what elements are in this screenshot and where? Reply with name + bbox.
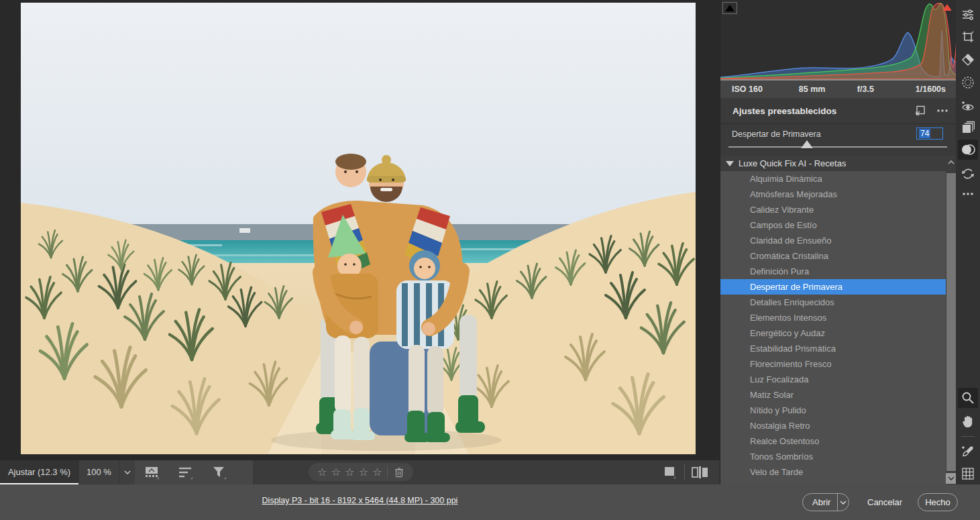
preset-item-label: Elementos Intensos xyxy=(750,313,826,323)
refresh-icon[interactable] xyxy=(958,164,978,184)
healing-icon[interactable] xyxy=(958,50,978,70)
preset-item[interactable]: Energético y Audaz xyxy=(720,325,946,341)
highlight-clipping-indicator[interactable] xyxy=(940,2,954,13)
new-preset-icon[interactable] xyxy=(911,102,928,119)
camera-raw-window: ISO 160 85 mm f/3.5 1/1600s Ajustes pree… xyxy=(0,0,980,520)
preset-item-label: Despertar de Primavera xyxy=(750,282,842,292)
white-balance-eyedropper-icon[interactable] xyxy=(958,441,978,462)
scroll-down-icon[interactable] xyxy=(946,473,957,484)
scroll-up-icon[interactable] xyxy=(946,157,957,168)
preset-item-label: Estabilidad Prismática xyxy=(750,344,836,354)
preset-item-label: Florecimiento Fresco xyxy=(750,359,831,369)
preset-item[interactable]: Matiz Solar xyxy=(720,387,946,403)
preset-item-label: Atmósferas Mejoradas xyxy=(750,189,837,199)
preset-item[interactable]: Despertar de Primavera xyxy=(720,279,946,295)
histogram[interactable] xyxy=(720,0,957,81)
preset-item-label: Tonos Sombríos xyxy=(750,452,813,462)
more-tools-icon[interactable] xyxy=(958,184,978,204)
zoom-level-dropdown-icon[interactable] xyxy=(119,460,135,484)
preset-item[interactable]: Elementos Intensos xyxy=(720,310,946,325)
preset-amount-value[interactable]: 74 xyxy=(919,129,930,138)
panel-menu-icon[interactable] xyxy=(934,102,951,119)
preset-item[interactable]: Cromática Cristalina xyxy=(720,248,946,264)
star-1-icon[interactable]: ☆ xyxy=(315,466,329,478)
open-button[interactable]: Abrir xyxy=(802,493,849,511)
view-toolbar: Ajustar (12.3 %) 100 % ☆ ☆ ☆ ☆ ☆ xyxy=(0,460,720,484)
preset-item[interactable]: Estabilidad Prismática xyxy=(720,341,946,356)
scrollbar-thumb[interactable] xyxy=(946,173,956,471)
photo-preview[interactable] xyxy=(21,3,696,454)
preset-item[interactable]: Alquimia Dinámica xyxy=(720,171,946,187)
open-button-label[interactable]: Abrir xyxy=(803,497,837,507)
preset-item[interactable]: Nostalgia Retro xyxy=(720,418,946,433)
star-4-icon[interactable]: ☆ xyxy=(357,466,371,478)
preset-item[interactable]: Atmósferas Mejoradas xyxy=(720,187,946,202)
preset-item-label: Detalles Enriquecidos xyxy=(750,297,834,307)
preset-item[interactable]: Campos de Estío xyxy=(720,217,946,233)
red-eye-icon[interactable] xyxy=(958,96,978,116)
hand-tool-icon[interactable] xyxy=(958,411,978,431)
done-button[interactable]: Hecho xyxy=(918,493,958,511)
status-bar: Display P3 - bit 16 - 8192 x 5464 (44.8 … xyxy=(0,484,980,520)
preset-item-label: Energético y Audaz xyxy=(750,328,825,338)
exif-info-bar: ISO 160 85 mm f/3.5 1/1600s xyxy=(720,81,957,98)
snapshots-icon[interactable] xyxy=(958,117,978,138)
exif-iso: ISO 160 xyxy=(720,85,785,94)
preset-item[interactable]: Velo de Tarde xyxy=(720,464,946,480)
histogram-curves xyxy=(720,0,957,79)
preset-item[interactable]: Nítido y Pulido xyxy=(720,403,946,418)
preset-amount-slider-row: Despertar de Primavera 74 xyxy=(720,124,957,156)
preset-amount-label: Despertar de Primavera xyxy=(732,129,821,139)
preset-item[interactable]: Claridad de Ensueño xyxy=(720,233,946,248)
zoom-fit-tab[interactable]: Ajustar (12.3 %) xyxy=(0,460,78,484)
grid-overlay-icon[interactable] xyxy=(958,464,978,484)
zoom-100-tab[interactable]: 100 % xyxy=(78,460,119,484)
preset-amount-track[interactable] xyxy=(728,146,947,148)
toolbar-separator xyxy=(961,436,975,437)
edit-sliders-icon[interactable] xyxy=(958,5,978,25)
filter-icon[interactable] xyxy=(211,464,227,480)
preset-item[interactable]: Florecimiento Fresco xyxy=(720,356,946,372)
presets-panel-header: Ajustes preestablecidos xyxy=(720,98,957,124)
bottombar-separator xyxy=(684,464,685,480)
preset-amount-value-field[interactable]: 74 xyxy=(916,127,943,140)
preset-item[interactable]: Calidez Vibrante xyxy=(720,202,946,217)
preset-item[interactable]: Detalles Enriquecidos xyxy=(720,295,946,310)
preset-item-label: Luz Focalizada xyxy=(750,374,808,384)
cancel-button[interactable]: Cancelar xyxy=(863,493,906,511)
presets-icon[interactable] xyxy=(958,140,978,160)
before-after-view-icon[interactable] xyxy=(691,464,708,480)
presets-panel-title: Ajustes preestablecidos xyxy=(720,106,911,116)
preset-group-header[interactable]: Luxe Quick Fix AI - Recetas xyxy=(720,156,946,171)
preset-amount-thumb[interactable] xyxy=(801,140,813,148)
disclosure-triangle-icon[interactable] xyxy=(726,161,734,166)
preset-list-scrollbar[interactable] xyxy=(946,156,957,484)
exif-aperture: f/3.5 xyxy=(839,85,893,94)
preset-list: Alquimia DinámicaAtmósferas MejoradasCal… xyxy=(720,171,946,480)
image-canvas[interactable] xyxy=(0,0,720,460)
preset-item[interactable]: Tonos Sombríos xyxy=(720,449,946,464)
star-2-icon[interactable]: ☆ xyxy=(329,466,343,478)
preset-item[interactable]: Luz Focalizada xyxy=(720,372,946,387)
workflow-options-link[interactable]: Display P3 - bit 16 - 8192 x 5464 (44.8 … xyxy=(0,496,720,505)
preset-item[interactable]: Definición Pura xyxy=(720,264,946,279)
zoom-tool-icon[interactable] xyxy=(958,388,978,408)
preset-item-label: Campos de Estío xyxy=(750,220,817,230)
star-3-icon[interactable]: ☆ xyxy=(343,466,357,478)
preset-item-label: Definición Pura xyxy=(750,266,809,276)
open-options-chevron-icon[interactable] xyxy=(838,501,849,505)
star-5-icon[interactable]: ☆ xyxy=(370,466,384,478)
thumbnail-view-icon[interactable] xyxy=(144,464,160,480)
delete-trash-icon[interactable] xyxy=(392,464,406,480)
preview-mode-icon[interactable] xyxy=(663,464,677,480)
preset-item-label: Nostalgia Retro xyxy=(750,421,810,431)
star-rating-control: ☆ ☆ ☆ ☆ ☆ xyxy=(309,463,413,481)
crop-icon[interactable] xyxy=(958,27,978,47)
shadow-clipping-indicator[interactable] xyxy=(722,2,737,14)
presets-panel: ISO 160 85 mm f/3.5 1/1600s Ajustes pree… xyxy=(720,0,956,484)
masking-icon[interactable] xyxy=(958,72,978,93)
preset-item[interactable]: Realce Ostentoso xyxy=(720,433,946,449)
filmstrip-controls xyxy=(135,460,253,484)
sort-order-icon[interactable] xyxy=(178,464,194,480)
preset-item-label: Claridad de Ensueño xyxy=(750,236,831,246)
